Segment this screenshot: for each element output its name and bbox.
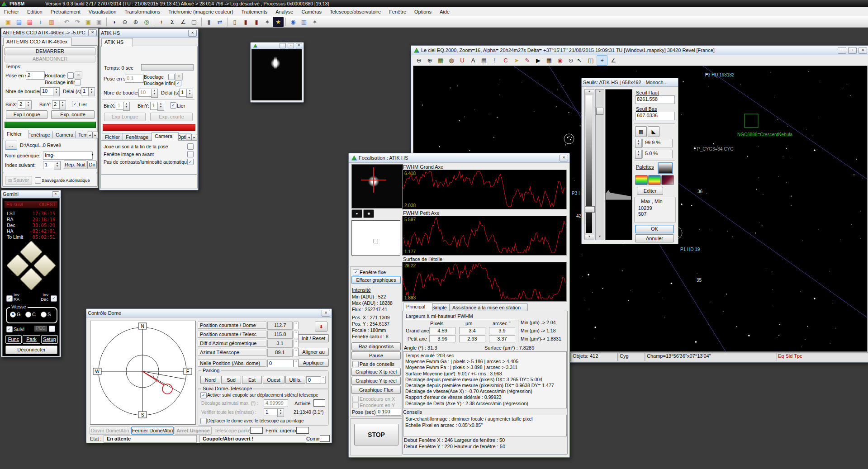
zoom-window-icon[interactable]: ◎ xyxy=(141,17,152,27)
long-exposure-button[interactable]: Exp Longue xyxy=(6,110,47,119)
slider-down-arrow[interactable]: ▼ xyxy=(585,235,594,240)
slider-up-arrow[interactable]: ▲ xyxy=(585,90,594,95)
menu-aide[interactable]: Aide xyxy=(436,8,454,15)
map-search-tool[interactable]: ◫ xyxy=(585,55,596,66)
sky-night-icon[interactable]: ★ xyxy=(273,17,284,27)
download-position-button[interactable]: ⬇ xyxy=(315,322,327,332)
level-handle[interactable] xyxy=(596,108,603,115)
front-window-option-checkbox[interactable] xyxy=(187,151,194,157)
short-exposure-button[interactable]: Exp. courte xyxy=(51,110,95,119)
menu-pr-traitement[interactable]: Prétraitement xyxy=(47,8,85,15)
map-globe-icon[interactable]: ◍ xyxy=(446,55,457,66)
stop-loop-button[interactable]: ✕ xyxy=(75,71,82,79)
realtime-x-chart-button[interactable]: Graphique X tp réel xyxy=(351,368,401,376)
sky-object-label[interactable]: P3 HD 193182 xyxy=(705,72,735,77)
atik-tab[interactable]: ATIK HS xyxy=(101,38,133,47)
setup-button[interactable]: Setup xyxy=(41,335,58,344)
biny-spinner[interactable]: ▲▼ xyxy=(157,102,164,111)
sky-object-label[interactable]: 36 xyxy=(697,189,702,194)
max-azimut-offset-input[interactable]: 4.99999 xyxy=(264,399,288,407)
start-button[interactable]: DEMARRER xyxy=(5,47,95,55)
reset-diagnostics-button[interactable]: Raz diagnostics xyxy=(351,342,401,351)
map-print-icon[interactable]: ▤ xyxy=(479,55,489,66)
emergency-stop-button[interactable]: Arret Urgence xyxy=(175,426,212,435)
maximize-button[interactable]: ▫ xyxy=(848,47,857,54)
minimize-button[interactable]: ─ xyxy=(280,43,286,48)
edit-palette-button[interactable]: Editer xyxy=(637,187,663,195)
map-draw-icon[interactable]: ✎ xyxy=(522,55,533,66)
close-button[interactable]: ✕ xyxy=(88,29,97,36)
info-icon[interactable]: i xyxy=(35,17,46,27)
low-percent-value[interactable]: 5.0 % xyxy=(642,150,673,158)
invert-dec-checkbox[interactable] xyxy=(51,295,57,302)
map-zoom-in-icon[interactable]: ⊕ xyxy=(424,55,435,66)
close-button[interactable]: ✕ xyxy=(560,155,568,161)
encoder-y-checkbox[interactable] xyxy=(352,402,359,408)
park-button[interactable]: Park xyxy=(23,335,40,344)
dome-tracking-checkbox[interactable] xyxy=(200,392,207,398)
palette-rainbow2-swatch[interactable] xyxy=(648,175,661,185)
high-percent-value[interactable]: 99.9 % xyxy=(642,139,673,147)
slider-up-arrow[interactable]: ▲ xyxy=(596,90,604,95)
menu-transformations[interactable]: Transformations xyxy=(120,8,164,15)
artemis-tab[interactable]: ARTEMIS CCD ATIK-460ex xyxy=(3,38,72,46)
close-button[interactable]: ✕ xyxy=(188,30,197,37)
park-south-button[interactable]: Sud xyxy=(221,376,241,384)
swap-windows-icon[interactable]: ⇄ xyxy=(214,17,225,27)
star-mask-icon[interactable]: ✶ xyxy=(262,17,273,27)
observers-icon[interactable]: ◉ xyxy=(288,17,299,27)
delay-spinner[interactable]: ▲▼ xyxy=(88,87,95,96)
link-bin-checkbox[interactable] xyxy=(170,102,176,109)
sky-object-label[interactable]: P3 I xyxy=(572,191,580,196)
sound-option-checkbox[interactable] xyxy=(187,143,194,150)
maximize-button[interactable]: ▫ xyxy=(288,43,294,48)
histogram-icon[interactable]: ▥ xyxy=(299,17,309,27)
zoom-in-icon[interactable]: ⊕ xyxy=(130,17,141,27)
slider-down-arrow[interactable]: ▼ xyxy=(596,235,604,240)
selection-icon[interactable]: ▢ xyxy=(189,17,199,27)
map-zoom-out-icon[interactable]: ⊖ xyxy=(413,55,424,66)
close-button[interactable]: ✕ xyxy=(859,47,867,54)
invert-palette-button[interactable]: ◣ xyxy=(648,126,659,137)
cancel-button[interactable]: Annuler xyxy=(635,234,674,242)
menu-trichromie-imagerie-couleur-[interactable]: Trichromie (imagerie couleur) xyxy=(164,8,237,15)
exposure-input[interactable]: 0.1 xyxy=(125,75,144,83)
dir-button[interactable]: Dir xyxy=(87,161,97,169)
tab-principal[interactable]: Principal xyxy=(403,303,433,311)
autosave-checkbox[interactable] xyxy=(35,177,41,184)
link-bin-checkbox[interactable] xyxy=(72,101,78,107)
log-window-icon[interactable]: ▥ xyxy=(46,17,57,27)
binx-spinner[interactable]: ▲▼ xyxy=(25,100,32,109)
map-labels-icon[interactable]: A xyxy=(468,55,479,66)
loop-checkbox[interactable] xyxy=(168,74,175,80)
open-dome-button[interactable]: Ouvrir Dome/Abri xyxy=(90,426,130,435)
minimize-button[interactable]: ─ xyxy=(838,47,846,54)
exposure-input[interactable]: 0.100 xyxy=(376,408,401,416)
copy-icon[interactable]: ▣ xyxy=(83,17,94,27)
night-folder-button[interactable]: Rep. Nuit xyxy=(64,161,86,169)
library-blue-icon[interactable]: ▤ xyxy=(14,17,24,27)
sky-object-label[interactable]: P_CYG3=34 CYG xyxy=(697,147,734,152)
image-doc3-icon[interactable]: ▮ xyxy=(251,17,262,27)
exposure-input[interactable]: 2 xyxy=(26,71,45,80)
park-azimut-input[interactable]: 0 xyxy=(306,376,322,384)
threshold-level-slider[interactable]: ▲ ▼ xyxy=(595,89,604,240)
palettes-label[interactable]: Palettes xyxy=(636,164,654,170)
park-north-button[interactable]: Nord xyxy=(200,376,220,384)
menu-options[interactable]: Options xyxy=(410,8,436,15)
close-button[interactable]: ✕ xyxy=(296,43,302,48)
no-advice-checkbox[interactable] xyxy=(352,361,359,367)
map-compass-icon[interactable]: ◉ xyxy=(555,55,565,66)
no-autostretch-option-checkbox[interactable] xyxy=(187,159,194,165)
speed-c-radio[interactable] xyxy=(25,312,31,317)
dome-compass-view[interactable]: N W E S xyxy=(90,321,196,425)
infinite-loop-checkbox[interactable] xyxy=(75,79,81,85)
high-percent-spinner[interactable]: ▲▼ xyxy=(635,139,642,148)
high-threshold-input[interactable]: 8261.558 xyxy=(635,95,675,104)
palette-gray-swatch[interactable] xyxy=(658,162,673,174)
map-display-options-icon[interactable]: ▦ xyxy=(435,55,446,66)
zoom-out-icon[interactable]: ⊖ xyxy=(119,17,130,27)
tab-fichier[interactable]: Fichier xyxy=(4,130,29,138)
generic-name-select[interactable]: Img- xyxy=(43,152,93,160)
column-icon[interactable]: ▮ xyxy=(204,17,214,27)
